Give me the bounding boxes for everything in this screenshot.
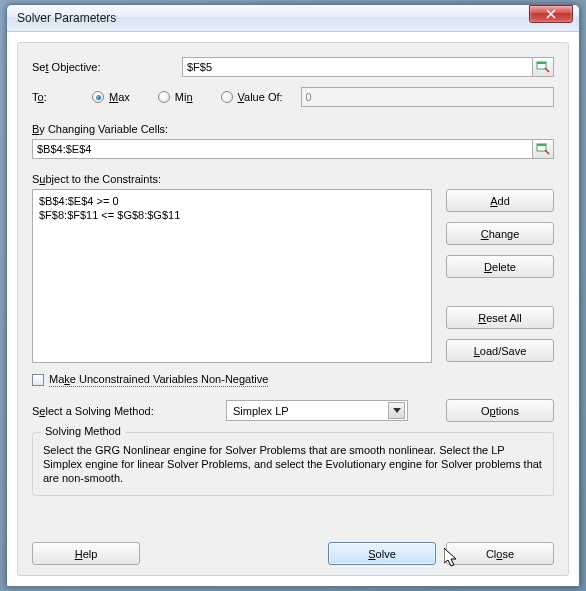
reset-all-button[interactable]: Reset All: [446, 306, 554, 329]
unconstrained-checkbox[interactable]: Make Unconstrained Variables Non-Negativ…: [32, 373, 554, 387]
close-icon: [546, 9, 556, 19]
objective-input[interactable]: [182, 57, 532, 77]
window-title: Solver Parameters: [17, 11, 529, 25]
objective-refedit-button[interactable]: [532, 57, 554, 77]
radio-min-indicator: [158, 91, 170, 103]
dialog-window: Solver Parameters Set Objective:: [6, 4, 580, 587]
method-value: Simplex LP: [233, 405, 289, 417]
svg-rect-1: [537, 62, 546, 64]
help-button[interactable]: Help: [32, 542, 140, 565]
method-select[interactable]: Simplex LP: [226, 400, 408, 421]
refedit-icon: [536, 60, 550, 74]
checkbox-indicator: [32, 374, 44, 386]
changing-label: By Changing Variable Cells:: [32, 123, 554, 135]
delete-button[interactable]: Delete: [446, 255, 554, 278]
solve-button[interactable]: Solve: [328, 542, 436, 565]
to-row: To: Max Min Value Of:: [32, 87, 554, 107]
radio-min[interactable]: Min: [158, 91, 193, 103]
changing-refedit-button[interactable]: [532, 139, 554, 159]
constraints-label: Subject to the Constraints:: [32, 173, 554, 185]
groupbox-title: Solving Method: [41, 425, 125, 437]
constraints-listbox[interactable]: $B$4:$E$4 >= 0 $F$8:$F$11 <= $G$8:$G$11: [32, 189, 432, 363]
close-window-button[interactable]: [529, 5, 573, 23]
radio-max-label: Max: [109, 91, 130, 103]
constraint-item[interactable]: $F$8:$F$11 <= $G$8:$G$11: [39, 208, 425, 222]
client-area: Set Objective:: [7, 32, 579, 586]
radio-valueof-indicator: [221, 91, 233, 103]
radio-max-indicator: [92, 91, 104, 103]
solving-method-groupbox: Solving Method Select the GRG Nonlinear …: [32, 432, 554, 496]
inner-panel: Set Objective:: [17, 42, 569, 576]
changing-refedit: [32, 139, 554, 159]
radio-valueof-label: Value Of:: [238, 91, 283, 103]
bottom-buttons: Help Solve Close: [32, 542, 554, 565]
titlebar[interactable]: Solver Parameters: [7, 5, 579, 32]
load-save-button[interactable]: Load/Save: [446, 339, 554, 362]
chevron-down-icon: [393, 408, 401, 414]
add-button[interactable]: Add: [446, 189, 554, 212]
change-button[interactable]: Change: [446, 222, 554, 245]
radio-min-label: Min: [175, 91, 193, 103]
groupbox-body: Select the GRG Nonlinear engine for Solv…: [43, 443, 543, 485]
dropdown-arrow-button[interactable]: [388, 402, 405, 419]
set-objective-row: Set Objective:: [32, 57, 554, 77]
svg-rect-3: [537, 144, 546, 146]
changing-row: [32, 139, 554, 159]
options-button[interactable]: Options: [446, 399, 554, 422]
constraint-item[interactable]: $B$4:$E$4 >= 0: [39, 194, 425, 208]
refedit-icon: [536, 142, 550, 156]
set-objective-label: Set Objective:: [32, 61, 182, 73]
changing-input[interactable]: [32, 139, 532, 159]
constraint-buttons: Add Change Delete Reset All Load/Save: [446, 189, 554, 363]
close-button[interactable]: Close: [446, 542, 554, 565]
radio-max[interactable]: Max: [92, 91, 130, 103]
method-row: Select a Solving Method: Simplex LP Opti…: [32, 399, 554, 422]
to-label: To:: [32, 91, 92, 103]
method-label: Select a Solving Method:: [32, 405, 212, 417]
constraints-area: $B$4:$E$4 >= 0 $F$8:$F$11 <= $G$8:$G$11 …: [32, 189, 554, 363]
radio-valueof[interactable]: Value Of:: [221, 91, 283, 103]
objective-refedit: [182, 57, 554, 77]
unconstrained-label: Make Unconstrained Variables Non-Negativ…: [49, 373, 268, 387]
valueof-input[interactable]: [301, 87, 554, 107]
